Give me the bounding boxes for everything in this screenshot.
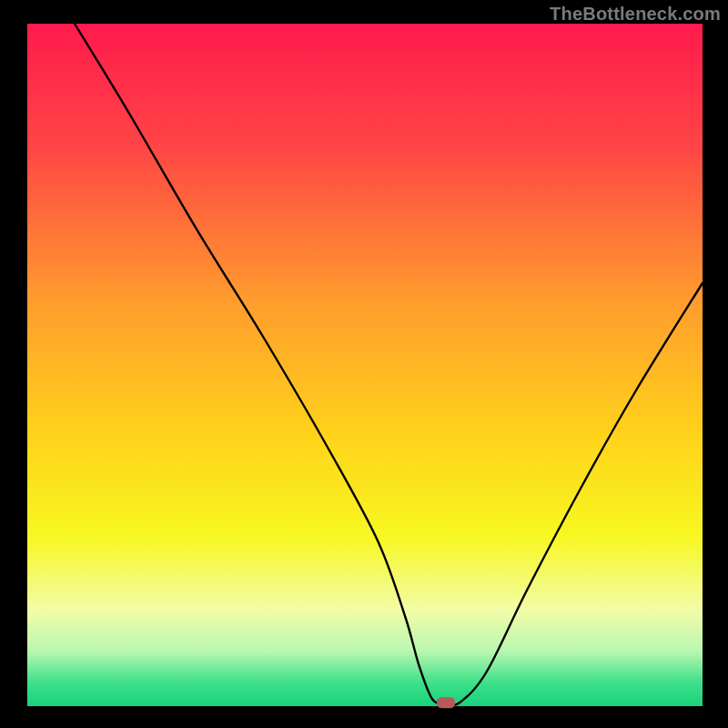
- chart-container: TheBottleneck.com: [0, 0, 728, 728]
- chart-svg: [0, 0, 728, 728]
- min-marker: [437, 697, 455, 708]
- watermark-text: TheBottleneck.com: [550, 4, 721, 25]
- plot-background: [27, 24, 703, 706]
